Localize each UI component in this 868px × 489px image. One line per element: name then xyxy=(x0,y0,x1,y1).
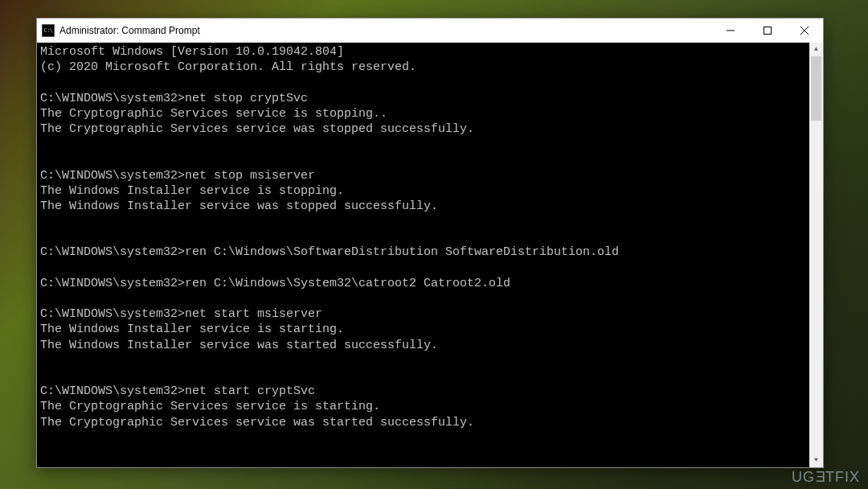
cmd-icon-text: C:\ xyxy=(43,28,52,34)
minimize-button[interactable] xyxy=(712,18,749,43)
scrollbar[interactable]: ▲ ▼ xyxy=(809,43,823,467)
close-button[interactable] xyxy=(786,18,823,43)
scroll-up-button[interactable]: ▲ xyxy=(809,43,823,56)
scroll-down-button[interactable]: ▼ xyxy=(809,454,823,467)
maximize-button[interactable] xyxy=(749,18,786,43)
terminal-output: Microsoft Windows [Version 10.0.19042.80… xyxy=(40,44,807,430)
maximize-icon xyxy=(764,27,772,35)
cmd-icon: C:\ xyxy=(42,24,55,37)
close-icon xyxy=(800,27,809,35)
command-prompt-window: C:\ Administrator: Command Prompt Micros… xyxy=(36,18,824,468)
minimize-icon xyxy=(727,27,735,35)
window-controls xyxy=(712,18,823,43)
titlebar[interactable]: C:\ Administrator: Command Prompt xyxy=(37,18,823,43)
watermark: UGETFIX xyxy=(792,469,860,486)
scroll-thumb[interactable] xyxy=(811,56,821,121)
window-title: Administrator: Command Prompt xyxy=(59,25,712,36)
terminal-area[interactable]: Microsoft Windows [Version 10.0.19042.80… xyxy=(37,43,823,467)
svg-rect-1 xyxy=(764,27,772,35)
watermark-text: UGETFIX xyxy=(792,469,860,485)
